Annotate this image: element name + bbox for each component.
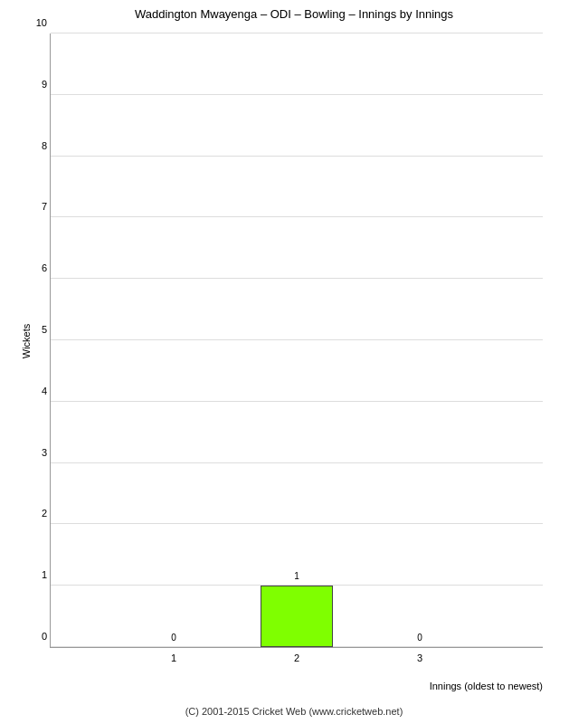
grid-line — [51, 216, 543, 217]
footer: (C) 2001-2015 Cricket Web (www.cricketwe… — [0, 702, 588, 724]
bar-label-innings-3: 0 — [417, 633, 422, 643]
grid-line — [51, 523, 543, 524]
y-tick-label: 2 — [25, 508, 47, 519]
y-tick-label: 0 — [25, 631, 47, 642]
y-tick-label: 3 — [25, 447, 47, 458]
chart-container: Waddington Mwayenga – ODI – Bowling – In… — [0, 0, 588, 724]
grid-line — [51, 339, 543, 340]
bar-label-innings-2: 1 — [294, 571, 299, 581]
x-tick-label-innings-1: 1 — [171, 653, 176, 663]
chart-area: Wickets Innings (oldest to newest) 01234… — [50, 33, 543, 648]
y-tick-label: 6 — [25, 262, 47, 273]
grid-line — [51, 462, 543, 463]
grid-line — [51, 94, 543, 95]
y-tick-label: 1 — [25, 569, 47, 580]
y-tick-label: 5 — [25, 324, 47, 335]
grid-line — [51, 278, 543, 279]
y-tick-label: 10 — [25, 17, 47, 28]
bar-label-innings-1: 0 — [171, 633, 176, 643]
x-tick-label-innings-3: 3 — [417, 653, 422, 663]
y-tick-label: 8 — [25, 140, 47, 151]
grid-line — [51, 156, 543, 157]
plot-area: 012345678910011203 — [50, 33, 543, 648]
grid-line — [51, 401, 543, 402]
chart-title: Waddington Mwayenga – ODI – Bowling – In… — [0, 0, 588, 24]
grid-line — [51, 33, 543, 33]
x-tick-label-innings-2: 2 — [294, 653, 299, 663]
y-tick-label: 4 — [25, 386, 47, 396]
x-axis-label: Innings (oldest to newest) — [430, 681, 543, 691]
y-tick-label: 9 — [25, 79, 47, 90]
y-tick-label: 7 — [25, 201, 47, 212]
bar-innings-2 — [261, 586, 333, 647]
